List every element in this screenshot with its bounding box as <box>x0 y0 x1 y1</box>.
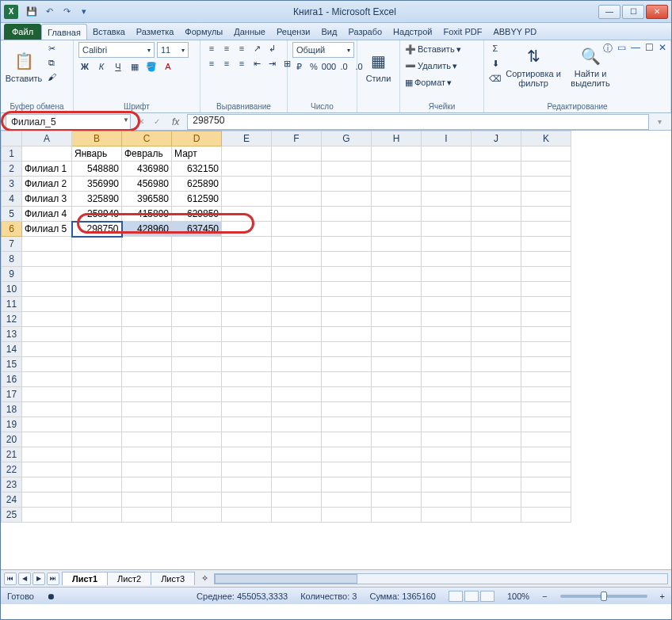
row-header-14[interactable]: 14 <box>2 342 22 357</box>
cell-B12[interactable] <box>72 312 122 327</box>
cell-H17[interactable] <box>372 387 422 402</box>
cell-I25[interactable] <box>422 508 472 523</box>
minimize-ribbon-icon[interactable]: ▭ <box>617 42 626 55</box>
row-header-8[interactable]: 8 <box>2 252 22 267</box>
cell-I9[interactable] <box>422 267 472 282</box>
tab-abbyy[interactable]: ABBYY PD <box>487 24 542 40</box>
font-size-combo[interactable]: 11▾ <box>157 42 189 58</box>
fill-color-icon[interactable]: 🪣 <box>145 60 158 73</box>
cell-B8[interactable] <box>72 252 122 267</box>
row-header-9[interactable]: 9 <box>2 267 22 282</box>
row-header-16[interactable]: 16 <box>2 372 22 387</box>
cell-J20[interactable] <box>472 432 521 447</box>
cell-A11[interactable] <box>22 297 72 312</box>
align-bottom-icon[interactable]: ≡ <box>235 42 248 55</box>
zoom-out-icon[interactable]: − <box>542 591 547 601</box>
col-header-B[interactable]: B <box>72 131 122 146</box>
cell-B22[interactable] <box>72 462 122 477</box>
cell-F4[interactable] <box>272 192 322 207</box>
row-header-17[interactable]: 17 <box>2 387 22 402</box>
cell-F5[interactable] <box>272 207 322 222</box>
italic-icon[interactable]: К <box>95 60 108 73</box>
sheet-tab-2[interactable]: Лист2 <box>107 572 151 585</box>
cell-A12[interactable] <box>22 312 72 327</box>
cell-B2[interactable]: 548880 <box>72 162 122 177</box>
cell-J23[interactable] <box>472 477 521 493</box>
cell-J11[interactable] <box>472 297 521 312</box>
cell-E16[interactable] <box>222 372 272 387</box>
cell-H5[interactable] <box>372 207 422 222</box>
cell-D22[interactable] <box>172 462 222 477</box>
cell-C15[interactable] <box>122 357 172 372</box>
cell-K10[interactable] <box>521 282 571 297</box>
cell-H22[interactable] <box>372 462 422 477</box>
horizontal-scrollbar[interactable] <box>214 573 668 584</box>
cell-E15[interactable] <box>222 357 272 372</box>
cell-G11[interactable] <box>322 297 372 312</box>
row-header-11[interactable]: 11 <box>2 297 22 312</box>
align-middle-icon[interactable]: ≡ <box>220 42 233 55</box>
font-name-combo[interactable]: Calibri▾ <box>78 42 155 58</box>
sheet-tab-3[interactable]: Лист3 <box>151 572 195 585</box>
cell-I12[interactable] <box>422 312 472 327</box>
cell-C24[interactable] <box>122 493 172 508</box>
cell-I6[interactable] <box>422 222 472 237</box>
cell-G16[interactable] <box>322 372 372 387</box>
cell-A13[interactable] <box>22 327 72 342</box>
cell-B17[interactable] <box>72 387 122 402</box>
cell-H1[interactable] <box>372 146 422 162</box>
cell-E19[interactable] <box>222 417 272 432</box>
cell-A22[interactable] <box>22 462 72 477</box>
row-header-6[interactable]: 6 <box>2 222 22 237</box>
cell-I24[interactable] <box>422 493 472 508</box>
cell-E10[interactable] <box>222 282 272 297</box>
cancel-formula-icon[interactable]: ✕ <box>134 115 148 129</box>
qat-more-icon[interactable]: ▾ <box>77 5 91 19</box>
cell-I7[interactable] <box>422 237 472 252</box>
help-icon[interactable]: ⓘ <box>603 42 613 55</box>
cell-H15[interactable] <box>372 357 422 372</box>
cell-H8[interactable] <box>372 252 422 267</box>
cell-G14[interactable] <box>322 342 372 357</box>
cell-D13[interactable] <box>172 327 222 342</box>
cell-C23[interactable] <box>122 477 172 493</box>
cell-A24[interactable] <box>22 493 72 508</box>
tab-home[interactable]: Главная <box>41 24 87 40</box>
styles-button[interactable]: ▦ Стили <box>362 42 395 89</box>
cell-K14[interactable] <box>521 342 571 357</box>
cell-A18[interactable] <box>22 402 72 417</box>
cell-H19[interactable] <box>372 417 422 432</box>
cell-D23[interactable] <box>172 477 222 493</box>
new-sheet-icon[interactable]: ✧ <box>198 572 211 585</box>
cell-J17[interactable] <box>472 387 521 402</box>
cell-G24[interactable] <box>322 493 372 508</box>
clear-icon[interactable]: ⌫ <box>489 72 502 85</box>
cell-G3[interactable] <box>322 177 372 192</box>
cell-J10[interactable] <box>472 282 521 297</box>
row-header-21[interactable]: 21 <box>2 447 22 462</box>
tab-file[interactable]: Файл <box>4 24 41 40</box>
cell-E1[interactable] <box>222 146 272 162</box>
cell-E22[interactable] <box>222 462 272 477</box>
cell-K15[interactable] <box>521 357 571 372</box>
cell-A21[interactable] <box>22 447 72 462</box>
cell-K6[interactable] <box>521 222 571 237</box>
save-icon[interactable]: 💾 <box>25 5 39 19</box>
cell-K17[interactable] <box>521 387 571 402</box>
cell-C21[interactable] <box>122 447 172 462</box>
bold-icon[interactable]: Ж <box>78 60 91 73</box>
row-header-2[interactable]: 2 <box>2 162 22 177</box>
cell-A10[interactable] <box>22 282 72 297</box>
tab-review[interactable]: Рецензи <box>271 24 316 40</box>
sheet-nav-last-icon[interactable]: ⏭ <box>47 572 59 585</box>
cell-H3[interactable] <box>372 177 422 192</box>
cell-K9[interactable] <box>521 267 571 282</box>
cell-D25[interactable] <box>172 508 222 523</box>
row-header-20[interactable]: 20 <box>2 432 22 447</box>
row-header-19[interactable]: 19 <box>2 417 22 432</box>
cell-E8[interactable] <box>222 252 272 267</box>
sort-filter-button[interactable]: ⇅ Сортировка и фильтр <box>505 42 562 89</box>
indent-dec-icon[interactable]: ⇤ <box>250 57 263 70</box>
fx-icon[interactable]: fx <box>172 116 179 127</box>
close-button[interactable]: ✕ <box>646 5 668 19</box>
